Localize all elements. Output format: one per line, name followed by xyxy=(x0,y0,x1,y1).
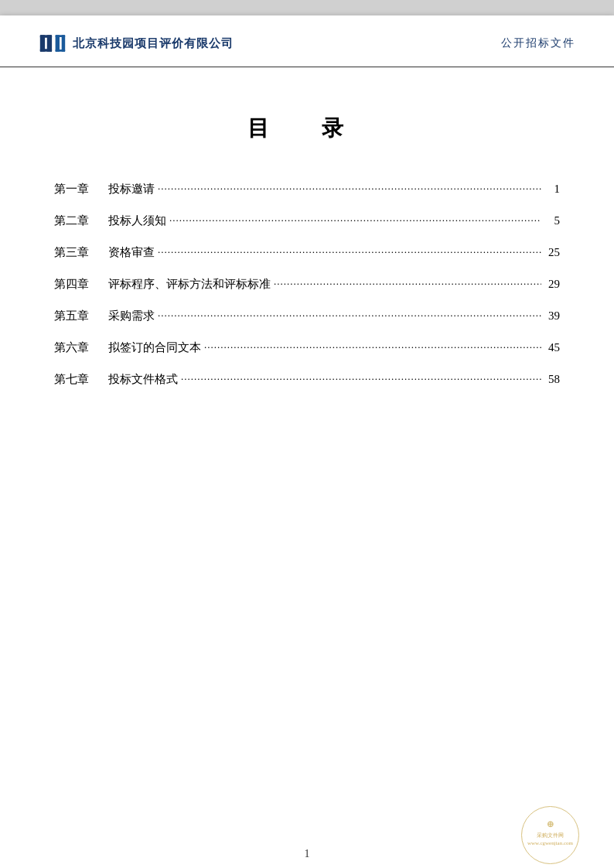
toc-title-4: 评标程序、评标方法和评标标准 xyxy=(108,277,271,292)
watermark-url-text: www.cgwenjian.com xyxy=(527,840,573,848)
toc-page-3: 25 xyxy=(544,246,560,259)
toc-dots-7 xyxy=(181,371,541,384)
toc-page-4: 29 xyxy=(544,278,560,291)
watermark-circle: ⊕ 采购文件网 www.cgwenjian.com xyxy=(521,806,579,864)
toc-dots-1 xyxy=(158,180,541,193)
toc-dots-3 xyxy=(158,244,541,257)
toc-dots-2 xyxy=(169,212,541,225)
svg-rect-6 xyxy=(56,35,66,37)
watermark-logo-icon: ⊕ xyxy=(547,819,554,829)
toc-page-1: 1 xyxy=(544,183,560,196)
svg-rect-3 xyxy=(40,49,52,52)
toc-item-4: 第四章 评标程序、评标方法和评标标准 29 xyxy=(54,277,560,292)
toc-chapter-7: 第七章 xyxy=(54,372,108,387)
table-of-contents: 第一章 投标邀请 1 第二章 投标人须知 5 第三章 资格审查 25 第四章 评… xyxy=(39,182,575,387)
toc-item-1: 第一章 投标邀请 1 xyxy=(54,182,560,196)
svg-rect-5 xyxy=(62,35,66,52)
toc-item-5: 第五章 采购需求 39 xyxy=(54,309,560,323)
toc-chapter-3: 第三章 xyxy=(54,245,108,260)
toc-title-5: 采购需求 xyxy=(108,309,155,323)
watermark-inner-text: 采购文件网 www.cgwenjian.com xyxy=(524,829,576,851)
toc-title-section: 目 录 xyxy=(39,114,575,143)
document-body: 目 录 第一章 投标邀请 1 第二章 投标人须知 5 第三章 资格审查 25 xyxy=(0,67,614,450)
toc-dots-6 xyxy=(204,339,541,352)
svg-rect-4 xyxy=(56,35,60,52)
watermark: ⊕ 采购文件网 www.cgwenjian.com xyxy=(521,806,583,864)
toc-chapter-2: 第二章 xyxy=(54,214,108,228)
toc-page-7: 58 xyxy=(544,373,560,386)
toc-item-6: 第六章 拟签订的合同文本 45 xyxy=(54,340,560,355)
company-name-text: 北京科技园项目评价有限公司 xyxy=(73,36,234,51)
toc-page-2: 5 xyxy=(544,214,560,227)
toc-title-6: 拟签订的合同文本 xyxy=(108,340,201,355)
toc-page-6: 45 xyxy=(544,341,560,354)
toc-title-7: 投标文件格式 xyxy=(108,372,178,387)
toc-chapter-5: 第五章 xyxy=(54,309,108,323)
svg-rect-2 xyxy=(40,35,52,38)
toc-title-3: 资格审查 xyxy=(108,245,155,260)
toc-chapter-1: 第一章 xyxy=(54,182,108,196)
svg-rect-7 xyxy=(56,50,66,52)
toc-dots-5 xyxy=(158,307,541,320)
page-number: 1 xyxy=(305,848,310,860)
toc-item-7: 第七章 投标文件格式 58 xyxy=(54,372,560,387)
toc-title-1: 投标邀请 xyxy=(108,182,155,196)
doc-type-text: 公开招标文件 xyxy=(501,36,575,50)
toc-chapter-6: 第六章 xyxy=(54,340,108,355)
company-logo-icon xyxy=(39,29,67,57)
toc-main-title: 目 录 xyxy=(247,116,367,140)
toc-dots-4 xyxy=(274,275,541,289)
toc-item-3: 第三章 资格审查 25 xyxy=(54,245,560,260)
toc-item-2: 第二章 投标人须知 5 xyxy=(54,214,560,228)
header-left: 北京科技园项目评价有限公司 xyxy=(39,29,234,57)
page-header: 北京科技园项目评价有限公司 公开招标文件 xyxy=(0,15,614,67)
watermark-site-name: 采购文件网 xyxy=(527,832,573,840)
document-page: 北京科技园项目评价有限公司 公开招标文件 目 录 第一章 投标邀请 1 第二章 … xyxy=(0,15,614,868)
toc-chapter-4: 第四章 xyxy=(54,277,108,292)
toc-title-2: 投标人须知 xyxy=(108,214,166,228)
toc-page-5: 39 xyxy=(544,309,560,323)
